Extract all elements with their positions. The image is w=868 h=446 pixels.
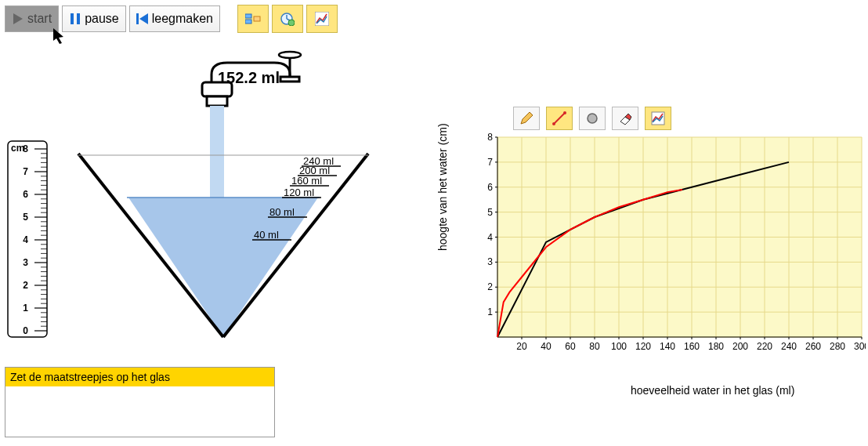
- svg-text:2: 2: [23, 280, 28, 291]
- svg-text:6: 6: [23, 189, 28, 200]
- svg-text:280: 280: [830, 341, 845, 352]
- svg-text:1: 1: [23, 303, 28, 314]
- svg-text:8: 8: [487, 132, 493, 143]
- svg-text:8: 8: [23, 143, 28, 154]
- svg-text:3: 3: [23, 257, 28, 268]
- svg-rect-67: [280, 77, 299, 82]
- svg-text:40: 40: [541, 341, 552, 352]
- chart-svg[interactable]: 87654321 2040608010012014016018020022024…: [435, 102, 866, 384]
- svg-marker-88: [521, 112, 533, 124]
- tool-chart-button[interactable]: [306, 5, 338, 33]
- svg-text:3: 3: [487, 256, 493, 267]
- pause-icon: [69, 13, 81, 25]
- svg-text:40 ml: 40 ml: [254, 229, 279, 241]
- svg-text:140: 140: [660, 341, 675, 352]
- tool-timer-button[interactable]: [272, 5, 303, 33]
- svg-text:7: 7: [23, 166, 28, 177]
- svg-text:120 ml: 120 ml: [284, 187, 314, 198]
- y-axis-label: hoogte van het water (cm): [436, 123, 449, 251]
- svg-text:160 ml: 160 ml: [291, 175, 322, 187]
- x-axis-label: hoeveelheid water in het glas (ml): [631, 384, 794, 397]
- svg-text:80 ml: 80 ml: [269, 206, 295, 218]
- svg-point-11: [288, 20, 295, 26]
- svg-text:20: 20: [516, 341, 527, 352]
- clear-label: leegmaken: [152, 12, 213, 26]
- instruction-panel: Zet de maatstreepjes op het glas: [5, 367, 275, 437]
- pause-label: pause: [85, 12, 119, 26]
- svg-point-90: [552, 122, 555, 125]
- svg-line-89: [554, 113, 565, 124]
- svg-text:100: 100: [611, 341, 627, 352]
- svg-text:80: 80: [589, 341, 600, 352]
- svg-text:220: 220: [757, 341, 772, 352]
- svg-rect-1: [71, 13, 74, 24]
- svg-text:5: 5: [487, 207, 493, 218]
- svg-marker-4: [139, 13, 148, 24]
- play-icon: [12, 13, 24, 25]
- tool-layout-button[interactable]: [237, 5, 269, 33]
- svg-text:120: 120: [635, 341, 651, 352]
- svg-text:2: 2: [487, 281, 493, 292]
- chart-toggle-icon: [651, 111, 665, 125]
- layout-icon: [245, 13, 261, 25]
- svg-point-69: [279, 52, 301, 58]
- svg-text:180: 180: [708, 341, 724, 352]
- svg-point-91: [563, 111, 566, 114]
- svg-text:4: 4: [23, 234, 28, 245]
- svg-text:240: 240: [781, 341, 797, 352]
- svg-text:200: 200: [732, 341, 748, 352]
- svg-marker-0: [13, 13, 23, 24]
- eraser-tool[interactable]: [612, 107, 638, 130]
- faucet: [196, 47, 313, 157]
- svg-text:6: 6: [487, 182, 493, 193]
- circle-icon: [585, 111, 599, 125]
- chart-toggle-tool[interactable]: [645, 107, 671, 130]
- main-toolbar: start pause leegmaken: [5, 5, 863, 33]
- svg-text:4: 4: [487, 232, 493, 243]
- svg-text:160: 160: [684, 341, 700, 352]
- svg-text:300: 300: [854, 341, 866, 352]
- svg-rect-6: [245, 20, 251, 24]
- svg-rect-66: [207, 96, 227, 106]
- chart-icon: [315, 12, 329, 26]
- svg-rect-71: [210, 149, 224, 198]
- chart-panel: hoogte van het water (cm) hoeveelheid wa…: [435, 102, 866, 400]
- svg-rect-3: [136, 13, 139, 24]
- instruction-title: Zet de maatstreepjes op het glas: [5, 368, 274, 386]
- clear-button[interactable]: leegmaken: [129, 5, 220, 32]
- svg-text:1: 1: [487, 306, 493, 317]
- chart-toolbar: [513, 107, 671, 130]
- line-icon: [552, 111, 566, 125]
- volume-display: 152.2 ml: [218, 69, 280, 87]
- rewind-icon: [136, 13, 149, 25]
- svg-marker-70: [128, 198, 318, 337]
- svg-text:260: 260: [805, 341, 821, 352]
- svg-point-92: [588, 114, 597, 123]
- timer-icon: [280, 12, 295, 26]
- start-button[interactable]: start: [5, 5, 59, 32]
- svg-rect-7: [254, 16, 260, 21]
- glass: 240 ml200 ml160 ml120 ml80 ml40 ml: [71, 149, 384, 353]
- line-tool[interactable]: [546, 107, 573, 130]
- ruler: cm 876543210: [5, 137, 52, 341]
- point-tool[interactable]: [579, 107, 606, 130]
- pencil-tool[interactable]: [513, 107, 540, 130]
- svg-text:0: 0: [23, 325, 28, 336]
- start-label: start: [27, 12, 52, 26]
- pause-button[interactable]: pause: [62, 5, 126, 32]
- pencil-icon: [519, 111, 533, 125]
- eraser-icon: [618, 111, 632, 125]
- svg-text:60: 60: [565, 341, 576, 352]
- svg-rect-2: [77, 13, 80, 24]
- svg-text:5: 5: [23, 212, 28, 223]
- svg-text:7: 7: [487, 157, 493, 168]
- svg-rect-5: [245, 14, 251, 18]
